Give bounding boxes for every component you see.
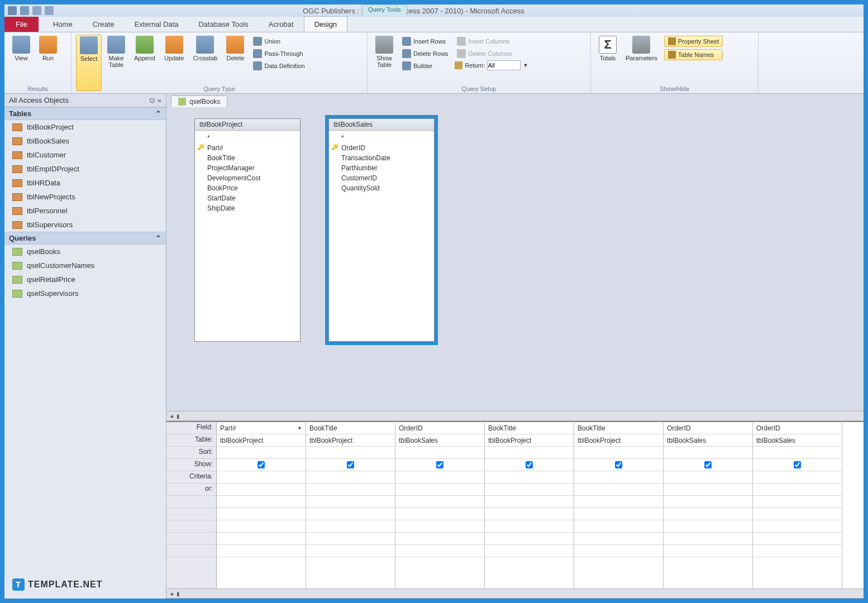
cell-show[interactable] [395, 459, 484, 471]
field-customerid[interactable]: CustomerID [329, 173, 434, 183]
field-partnumber[interactable]: PartNumber [329, 163, 434, 173]
nav-collapse-icon[interactable]: « [158, 96, 161, 104]
field-all[interactable]: * [195, 133, 300, 143]
cell-show[interactable] [306, 459, 395, 471]
nav-table-tblnewprojects[interactable]: tblNewProjects [4, 190, 166, 204]
nav-table-tblsupervisors[interactable]: tblSupervisors [4, 218, 166, 232]
tab-design[interactable]: Design [304, 16, 347, 32]
field-part[interactable]: Part# [195, 143, 300, 153]
chevron-down-icon[interactable]: ▼ [297, 425, 302, 431]
cell-criteria[interactable] [574, 471, 663, 484]
nav-query-qselsupervisors[interactable]: qselSupervisors [4, 286, 166, 300]
update-button[interactable]: Update [161, 35, 187, 91]
cell-table[interactable]: tblBookProject [574, 434, 663, 447]
grid-col-0[interactable]: Part#▼tblBookProject [217, 422, 306, 588]
show-checkbox[interactable] [347, 461, 354, 468]
field-bookprice[interactable]: BookPrice [195, 183, 300, 193]
tab-dbtools[interactable]: Database Tools [188, 17, 258, 32]
cell-or[interactable] [485, 484, 574, 496]
show-checkbox[interactable] [436, 461, 443, 468]
grid-col-2[interactable]: OrderIDtblBookSales [395, 422, 485, 588]
tab-home[interactable]: Home [43, 17, 83, 32]
datadef-button[interactable]: Data Definition [251, 60, 307, 71]
delete-button[interactable]: Delete [223, 35, 247, 91]
deletecols-button[interactable]: Delete Columns [455, 48, 528, 59]
nav-table-tblhrdata[interactable]: tblHRData [4, 176, 166, 190]
cell-sort[interactable] [306, 447, 395, 459]
chevron-down-icon[interactable]: ▼ [523, 63, 528, 68]
cell-criteria[interactable] [306, 471, 395, 484]
tab-file[interactable]: File [4, 17, 39, 32]
table-tblbookproject[interactable]: tblBookProject *Part#BookTitleProjectMan… [194, 118, 301, 342]
run-button[interactable]: Run [36, 35, 60, 91]
cell-show[interactable] [217, 459, 306, 471]
nav-query-qselretailprice[interactable]: qselRetailPrice [4, 272, 166, 286]
showtable-button[interactable]: Show Table [372, 35, 397, 91]
cell-show[interactable] [485, 459, 574, 471]
passthrough-button[interactable]: Pass-Through [251, 48, 307, 59]
tab-acrobat[interactable]: Acrobat [259, 17, 304, 32]
nav-table-tblempidproject[interactable]: tblEmpIDProject [4, 162, 166, 176]
show-checkbox[interactable] [794, 461, 801, 468]
tab-create[interactable]: Create [83, 17, 125, 32]
cell-field[interactable]: BookTitle [306, 422, 395, 434]
cell-field[interactable]: OrderID [664, 422, 752, 434]
qat-undo-icon[interactable] [32, 6, 41, 15]
grid-hscroll[interactable]: ◄▮ [166, 588, 864, 599]
show-checkbox[interactable] [704, 461, 712, 468]
field-shipdate[interactable]: ShipDate [195, 203, 300, 213]
maketable-button[interactable]: Make Table [104, 35, 128, 91]
field-transactiondate[interactable]: TransactionDate [329, 153, 434, 163]
grid-col-5[interactable]: OrderIDtblBookSales [664, 422, 753, 588]
view-button[interactable]: View [9, 35, 34, 91]
field-booktitle[interactable]: BookTitle [195, 153, 300, 163]
deleterows-button[interactable]: Delete Rows [400, 48, 450, 59]
insertcols-button[interactable]: Insert Columns [455, 36, 528, 47]
field-all[interactable]: * [329, 133, 434, 143]
qat-save-icon[interactable] [20, 6, 29, 15]
cell-field[interactable]: Part#▼ [217, 422, 306, 434]
totals-button[interactable]: ΣTotals [595, 35, 620, 91]
cell-criteria[interactable] [485, 471, 574, 484]
nav-query-qselcustomernames[interactable]: qselCustomerNames [4, 259, 166, 272]
nav-table-tblbookproject[interactable]: tblBookProject [4, 120, 166, 134]
nav-table-tblpersonnel[interactable]: tblPersonnel [4, 204, 166, 218]
cell-sort[interactable] [753, 447, 842, 459]
cell-show[interactable] [753, 459, 842, 471]
nav-search-icon[interactable]: ⊙ [149, 96, 155, 104]
cell-sort[interactable] [485, 447, 574, 459]
nav-section-tables[interactable]: Tables⌃ [4, 107, 166, 120]
grid-col-4[interactable]: BookTitletblBookProject [574, 422, 664, 588]
cell-or[interactable] [574, 484, 663, 496]
tablenames-button[interactable]: Table Names [664, 49, 723, 60]
cell-field[interactable]: BookTitle [485, 422, 574, 434]
cell-criteria[interactable] [395, 471, 484, 484]
cell-criteria[interactable] [753, 471, 842, 484]
cell-field[interactable]: OrderID [753, 422, 842, 434]
insertrows-button[interactable]: Insert Rows [400, 36, 450, 47]
cell-table[interactable]: tblBookSales [664, 434, 752, 447]
show-checkbox[interactable] [615, 461, 622, 468]
select-button[interactable]: Select [76, 35, 102, 91]
cell-criteria[interactable] [217, 471, 306, 484]
cell-show[interactable] [664, 459, 752, 471]
design-surface[interactable]: tblBookProject *Part#BookTitleProjectMan… [166, 107, 864, 411]
cell-or[interactable] [664, 484, 752, 496]
cell-field[interactable]: OrderID [395, 422, 484, 434]
cell-or[interactable] [306, 484, 395, 496]
grid-col-3[interactable]: BookTitletblBookProject [485, 422, 574, 588]
crosstab-button[interactable]: Crosstab [189, 35, 221, 91]
field-orderid[interactable]: OrderID [329, 143, 434, 153]
field-projectmanager[interactable]: ProjectManager [195, 163, 300, 173]
show-checkbox[interactable] [257, 461, 265, 468]
cell-criteria[interactable] [664, 471, 752, 484]
union-button[interactable]: Union [251, 36, 307, 47]
tab-externaldata[interactable]: External Data [125, 17, 189, 32]
nav-table-tblcustomer[interactable]: tblCustomer [4, 148, 166, 162]
cell-or[interactable] [395, 484, 484, 496]
qat-redo-icon[interactable] [45, 6, 54, 15]
cell-table[interactable]: tblBookProject [485, 434, 574, 447]
append-button[interactable]: Append [131, 35, 159, 91]
nav-query-qselbooks[interactable]: qselBooks [4, 245, 166, 259]
cell-sort[interactable] [395, 447, 484, 459]
